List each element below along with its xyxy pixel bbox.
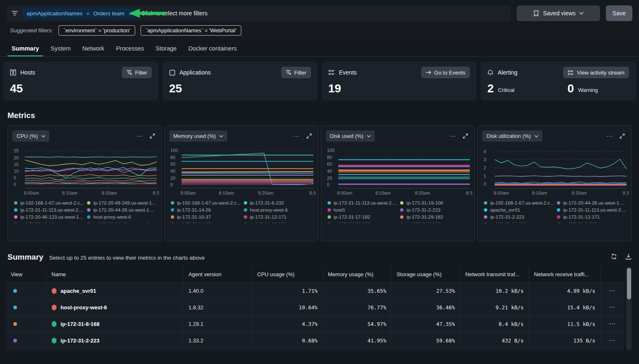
metric-select-button[interactable]: CPU (%) bbox=[12, 130, 49, 142]
metric-select-label: CPU (%) bbox=[17, 133, 38, 139]
legend-item[interactable]: ip-172-31-12-171 bbox=[244, 213, 313, 220]
legend-item[interactable]: ip-172-31-2-223 bbox=[400, 206, 470, 213]
legend-item[interactable]: ip-172-31-14-26 bbox=[171, 206, 241, 213]
chart-options-button[interactable]: ⋯ bbox=[293, 133, 300, 139]
applications-filter-button[interactable]: Filter bbox=[281, 67, 311, 78]
legend-item[interactable]: ip-172-31-19-106 bbox=[400, 199, 470, 206]
legend-item[interactable]: ip-172-31-6-232 bbox=[244, 199, 313, 206]
host-name-link[interactable]: ip-172-31-2-223 bbox=[61, 337, 100, 344]
legend-item[interactable]: ip-172-31-11-113.us-west-2.... bbox=[328, 199, 397, 206]
tab-processes[interactable]: Processes bbox=[112, 40, 148, 56]
hosts-filter-button[interactable]: Filter bbox=[122, 67, 152, 78]
col-cpu-usage[interactable]: CPU usage (%) bbox=[252, 267, 323, 282]
metric-chart-card: CPU (%) ⋯ 2520151050 8:00am8:10am8:20am8… bbox=[7, 125, 162, 241]
legend-item[interactable]: apache_svr01 bbox=[484, 206, 554, 213]
legend-item[interactable]: ip-172-31-2-223 bbox=[484, 213, 554, 220]
chart-expand-icon[interactable] bbox=[150, 133, 155, 139]
legend-item[interactable]: host-proxy-west-6 bbox=[87, 213, 157, 220]
rx-cell: 4.99 kB/s bbox=[529, 282, 600, 299]
legend-item[interactable]: ip-172-31-8-168 bbox=[171, 220, 241, 223]
metrics-section: Metrics CPU (%) ⋯ 2520151050 8:00am8:10 bbox=[0, 111, 639, 241]
legend-item[interactable]: ip-172-31-6-232 bbox=[557, 220, 627, 223]
tab-system[interactable]: System bbox=[46, 40, 75, 56]
col-storage-usage[interactable]: Storage usage (%) bbox=[391, 267, 460, 282]
legend-item[interactable]: ip-172-31-24-187 bbox=[328, 220, 397, 223]
legend-item[interactable]: ip-172-31-12-171 bbox=[557, 213, 627, 220]
table-scrollbar-thumb[interactable] bbox=[627, 268, 631, 299]
chart-options-button[interactable]: ⋯ bbox=[136, 133, 143, 139]
view-toggle[interactable] bbox=[13, 339, 17, 342]
legend-item[interactable]: ip-172-20-45-99.us-west-1... bbox=[14, 220, 84, 223]
host-name-link[interactable]: apache_svr01 bbox=[61, 288, 96, 294]
row-actions-button[interactable]: ⋯ bbox=[600, 316, 624, 332]
suggested-filter-chip-0[interactable]: `environment` = 'production' bbox=[58, 25, 135, 36]
col-view[interactable]: View bbox=[6, 267, 46, 282]
legend-item[interactable]: host-proxy-west-6 bbox=[244, 206, 313, 213]
view-toggle[interactable] bbox=[13, 289, 17, 293]
suggested-filter-chip-1[interactable]: `apmApplicationNames` = 'WebPortal' bbox=[141, 25, 241, 36]
legend-item[interactable]: host1 bbox=[328, 206, 397, 213]
filter-chip[interactable]: apmApplicationNames = Orders team × bbox=[23, 8, 136, 19]
series-line bbox=[25, 183, 157, 184]
col-name[interactable]: Name bbox=[46, 267, 183, 282]
filter-icon[interactable] bbox=[12, 11, 18, 16]
col-network-transmit-traf[interactable]: Network transmit traf... bbox=[460, 267, 529, 282]
refresh-button[interactable] bbox=[611, 253, 617, 260]
download-icon[interactable] bbox=[625, 253, 632, 260]
chart-legend: ip-192-168-1-67.us-west-2.c...ip-172-20-… bbox=[484, 199, 627, 223]
legend-item[interactable]: ip-172-20-44-28.us-west-1.... bbox=[87, 206, 157, 213]
col-actions bbox=[600, 267, 624, 282]
metric-select-label: Memory used (%) bbox=[173, 133, 216, 139]
legend-item[interactable]: ip-172-31-11-113.us-west-2.... bbox=[557, 206, 627, 213]
metric-select-button[interactable]: Disk utilization (%) bbox=[482, 130, 542, 142]
legend-item[interactable]: ip-172-31-29-182 bbox=[400, 213, 470, 220]
tab-storage[interactable]: Storage bbox=[151, 40, 181, 56]
table-row: apache_svr011.40.01.71%35.65%27.53%10.2 … bbox=[6, 282, 624, 299]
cpu-cell: 4.37% bbox=[252, 316, 323, 332]
legend-item[interactable]: ip-172-31-10-37 bbox=[171, 213, 241, 220]
legend-item[interactable]: ip-172-20-49-249.us-west-1... bbox=[87, 199, 157, 206]
x-axis-labels: 8:00am8:10am8:20am8:3 bbox=[495, 188, 627, 196]
legend-item[interactable]: ip-172-31-17-182 bbox=[328, 213, 397, 220]
legend-item[interactable]: ip-172-31-19-106 bbox=[484, 220, 554, 223]
legend-item[interactable]: ip-192-168-1-67.us-west-2.c... bbox=[14, 199, 84, 206]
chart-options-button[interactable]: ⋯ bbox=[606, 133, 613, 139]
chart-expand-icon[interactable] bbox=[306, 133, 312, 139]
col-network-receive-traffi[interactable]: Network receive traffi... bbox=[529, 267, 600, 282]
chart-options-button[interactable]: ⋯ bbox=[449, 133, 456, 139]
legend-item[interactable]: ip-192-168-1-67.us-west-2.c... bbox=[484, 199, 554, 206]
query-bar[interactable]: apmApplicationNames = Orders team × Clic… bbox=[7, 5, 511, 21]
legend-item[interactable]: ip-172-31-19-106 bbox=[244, 220, 313, 223]
save-button[interactable]: Save bbox=[606, 5, 632, 21]
chart-expand-icon[interactable] bbox=[620, 133, 625, 139]
saved-views-button[interactable]: Saved views bbox=[517, 5, 600, 21]
tab-network[interactable]: Network bbox=[78, 40, 108, 56]
legend-item[interactable]: ip-192-168-1-67.us-west-2.c... bbox=[171, 199, 241, 206]
table-row: ip-172-31-8-1681.29.14.37%54.97%47.35%8.… bbox=[6, 316, 624, 332]
metric-select-button[interactable]: Disk used (%) bbox=[326, 130, 375, 142]
host-name-link[interactable]: ip-172-31-8-168 bbox=[61, 321, 100, 327]
go-to-events-button[interactable]: Go to Events bbox=[421, 67, 470, 78]
view-toggle[interactable] bbox=[13, 306, 17, 309]
col-agent-version[interactable]: Agent version bbox=[183, 267, 252, 282]
row-actions-button[interactable]: ⋯ bbox=[600, 332, 624, 349]
view-toggle[interactable] bbox=[13, 322, 17, 326]
row-actions-button[interactable]: ⋯ bbox=[600, 282, 624, 299]
col-memory-usage[interactable]: Memory usage (%) bbox=[323, 267, 391, 282]
legend-item[interactable]: ip-172-31-8-168 bbox=[400, 220, 470, 223]
legend-item[interactable]: ip-172-31-11-113.us-west-2.... bbox=[14, 206, 84, 213]
agent-version-cell: 1.8.32 bbox=[183, 299, 252, 316]
metric-select-button[interactable]: Memory used (%) bbox=[169, 130, 228, 142]
legend-item[interactable]: ip-172-20-46-123.us-west-1... bbox=[14, 213, 84, 220]
row-actions-button[interactable]: ⋯ bbox=[600, 299, 624, 316]
legend-item[interactable]: ip-172-20-44-28.us-west-1.... bbox=[557, 199, 627, 206]
tab-summary[interactable]: Summary bbox=[7, 40, 43, 56]
host-name-link[interactable]: host-proxy-west-6 bbox=[61, 304, 107, 311]
tab-docker-containers[interactable]: Docker containers bbox=[184, 40, 241, 56]
chart-expand-icon[interactable] bbox=[463, 133, 468, 139]
table-scrollbar[interactable] bbox=[626, 267, 632, 350]
summary-table: ViewNameAgent versionCPU usage (%)Memory… bbox=[6, 267, 632, 349]
storage-cell: 59.68% bbox=[391, 332, 460, 349]
legend-item[interactable]: ip-172-20-34-43.us-west-1... bbox=[87, 220, 157, 223]
view-activity-stream-button[interactable]: View activity stream bbox=[563, 67, 629, 78]
